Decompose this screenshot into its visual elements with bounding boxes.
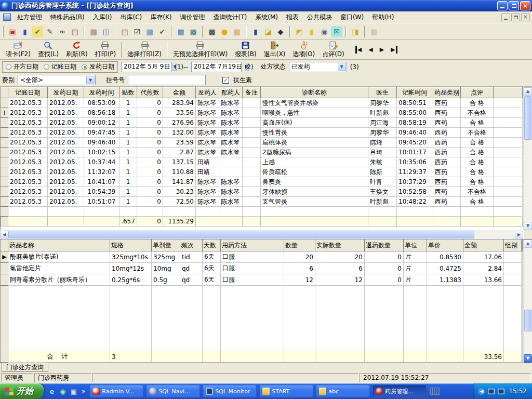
grid-cell[interactable]: 扁桃体炎: [261, 138, 368, 148]
table-row[interactable]: 2012.05.32012.05.10:02:15102.87陈水琴陈水琴2型糖…: [1, 148, 523, 157]
mdi-minimize-button[interactable]: [501, 14, 510, 21]
grid-cell[interactable]: 不合格: [461, 187, 494, 197]
grid-cell[interactable]: [84, 217, 119, 227]
grid-cell[interactable]: 110.88: [163, 167, 196, 177]
offline-book-icon[interactable]: ▥: [368, 26, 380, 37]
grid-cell[interactable]: 0: [137, 118, 163, 128]
grid-cell[interactable]: 牙体缺损: [261, 187, 368, 197]
grid-cell[interactable]: 吕琦: [368, 148, 397, 157]
table-row[interactable]: I2012.05.32012.05.08:56:181033.56陈水琴陈水琴咽…: [1, 108, 523, 118]
grid-cell[interactable]: [196, 207, 219, 217]
grid-cell[interactable]: 合 格: [461, 167, 494, 177]
column-header[interactable]: 单位: [404, 240, 427, 251]
grid-cell[interactable]: 陈烽: [368, 138, 397, 148]
scroll-track[interactable]: [8, 231, 515, 238]
grid-cell[interactable]: 10:37:44: [84, 157, 119, 167]
grid-cell[interactable]: [243, 197, 261, 207]
radio-dispense-date[interactable]: 发药日期: [82, 62, 114, 71]
table-row[interactable]: 合 计333.56: [1, 351, 523, 363]
grid-cell[interactable]: 2012.05.3: [8, 118, 48, 128]
column-header[interactable]: 退药数量: [365, 240, 404, 251]
column-header[interactable]: 实际数量: [315, 240, 365, 251]
card-reader-icon[interactable]: ▣: [7, 26, 18, 37]
grid-cell[interactable]: 陈水琴: [196, 98, 219, 108]
medicine-bottle-icon[interactable]: ▮: [19, 26, 31, 37]
binoculars-icon[interactable]: ∞: [57, 26, 68, 37]
grid-cell[interactable]: [243, 128, 261, 138]
last-record-button[interactable]: ▶: [390, 46, 397, 54]
grid-cell[interactable]: 西药: [433, 167, 461, 177]
report-button[interactable]: 报表(B): [231, 41, 260, 59]
grid-cell[interactable]: [365, 286, 404, 351]
grid-cell[interactable]: [368, 217, 397, 227]
row-selector[interactable]: [1, 187, 8, 197]
next-record-button[interactable]: ▶: [379, 46, 385, 54]
new-window-icon[interactable]: ◫: [100, 26, 112, 37]
book-search-icon[interactable]: ▥: [88, 26, 99, 37]
calendar-report-icon[interactable]: ▩: [188, 26, 199, 37]
table-row[interactable]: 2012.05.32012.05.10:37:4410137.15田靖上感朱敏1…: [1, 157, 523, 167]
first-record-button[interactable]: ◀: [355, 46, 363, 54]
grid-cell[interactable]: 10:54:39: [84, 187, 119, 197]
grid-cell[interactable]: [397, 217, 433, 227]
scroll-thumb[interactable]: [524, 96, 531, 140]
grid-cell[interactable]: 2012.05.: [48, 177, 84, 187]
select-print-button[interactable]: 选择打印(Z): [124, 41, 165, 59]
row-selector[interactable]: [1, 274, 8, 286]
grid-cell[interactable]: 10mg: [152, 263, 180, 274]
grid-cell[interactable]: [243, 187, 261, 197]
manual-book-icon[interactable]: ▥: [231, 26, 243, 37]
grid-cell[interactable]: 10:48:22: [397, 197, 433, 207]
grid-cell[interactable]: 西药: [433, 118, 461, 128]
grid-cell[interactable]: [8, 217, 48, 227]
grid-cell[interactable]: [8, 286, 110, 351]
find-button[interactable]: 查找(L): [34, 41, 62, 59]
column-header[interactable]: 发药时间: [84, 88, 119, 98]
grid-cell[interactable]: [48, 207, 84, 217]
start-button[interactable]: 开始: [0, 383, 44, 399]
menu-item[interactable]: 特殊药品(B): [46, 12, 89, 23]
grid-cell[interactable]: 陈水琴: [219, 138, 243, 148]
scroll-left-icon[interactable]: ◀: [0, 231, 8, 238]
grid-cell[interactable]: 0: [137, 167, 163, 177]
grid-cell[interactable]: 10:41:07: [84, 177, 119, 187]
grid-cell[interactable]: 6天: [203, 274, 221, 286]
grid-cell[interactable]: 2012.05.: [48, 148, 84, 157]
table-row[interactable]: 2012.05.32012.05.09:47:4510132.00陈水琴陈水琴慢…: [1, 128, 523, 138]
grid-cell[interactable]: [219, 207, 243, 217]
scroll-up-icon[interactable]: ▲: [524, 87, 532, 96]
task-pharmacy[interactable]: 药房管理...: [373, 385, 427, 397]
grid-cell[interactable]: 合 格: [461, 197, 494, 207]
grid-cell[interactable]: 6: [315, 263, 365, 274]
grid-cell[interactable]: 0.4725: [427, 263, 463, 274]
grid-cell[interactable]: 陈水琴: [219, 108, 243, 118]
column-header[interactable]: 贴数: [119, 88, 137, 98]
grid-cell[interactable]: 10:51:07: [84, 197, 119, 207]
row-selector[interactable]: [1, 286, 8, 351]
grid-cell[interactable]: 酚麻美敏片(泰诺): [8, 251, 110, 263]
grid-cell[interactable]: [315, 351, 365, 363]
toolbar-grip[interactable]: [2, 26, 4, 37]
grid-cell[interactable]: [152, 286, 180, 351]
grid-cell[interactable]: 2012.05.: [48, 197, 84, 207]
table-row[interactable]: ▶酚麻美敏片(泰诺)325mg*10s325mgtid6天口服20200片0.8…: [1, 251, 523, 263]
grid-cell[interactable]: [365, 351, 404, 363]
status-select[interactable]: 已发药: [289, 62, 347, 72]
grid-cell[interactable]: [152, 351, 180, 363]
grid-cell[interactable]: [261, 207, 368, 217]
grid-cell[interactable]: 0: [137, 108, 163, 118]
grid-cell[interactable]: 陈水琴: [196, 138, 219, 148]
grid-cell[interactable]: 09:46:40: [84, 138, 119, 148]
grid-cell[interactable]: 2012.05.: [48, 118, 84, 128]
grid-cell[interactable]: 片: [404, 274, 427, 286]
grid-cell[interactable]: 0: [365, 251, 404, 263]
row-selector[interactable]: I: [1, 108, 8, 118]
grid-cell[interactable]: 1: [119, 108, 137, 118]
grid-cell[interactable]: 2012.05.3: [8, 138, 48, 148]
grid-cell[interactable]: 2012.05.3: [8, 177, 48, 187]
grid-cell[interactable]: [203, 286, 221, 351]
grid-cell[interactable]: 2012.05.: [48, 167, 84, 177]
grid-cell[interactable]: 3: [110, 351, 152, 363]
grid-cell[interactable]: 西药: [433, 98, 461, 108]
grid-cell[interactable]: 6天: [203, 251, 221, 263]
